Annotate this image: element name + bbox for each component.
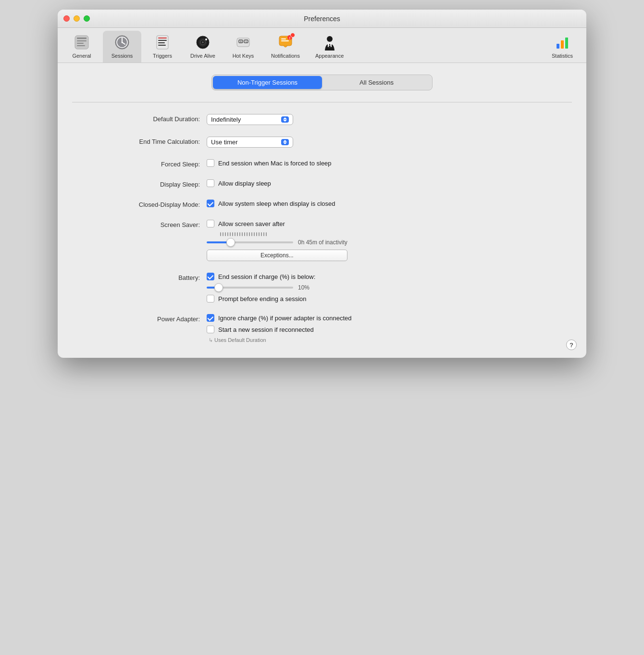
screen-saver-value: 0h 45m of inactivity: [298, 239, 347, 246]
toolbar-label-notifications: Notifications: [271, 53, 300, 59]
svg-rect-4: [77, 45, 85, 46]
tick: [251, 232, 252, 236]
tick: [223, 232, 223, 236]
segmented-control: Non-Trigger Sessions All Sessions: [211, 75, 433, 90]
tick: [247, 232, 248, 236]
svg-rect-37: [565, 38, 568, 49]
toolbar-label-drive-alive: Drive Alive: [190, 53, 215, 59]
end-time-arrow-up: [283, 140, 287, 142]
tick: [266, 232, 267, 236]
power-adapter-reconnect-checkbox[interactable]: [207, 326, 214, 333]
segment-non-trigger[interactable]: Non-Trigger Sessions: [213, 76, 322, 89]
sessions-icon: [113, 34, 131, 51]
toolbar-item-drive-alive[interactable]: Drive Alive: [184, 31, 222, 63]
svg-rect-1: [77, 38, 87, 39]
screen-saver-checkbox-row: Allow screen saver after: [207, 220, 347, 227]
toolbar-item-sessions[interactable]: Sessions: [103, 31, 141, 63]
forced-sleep-control: End session when Mac is forced to sleep: [207, 159, 332, 167]
svg-rect-2: [77, 40, 87, 41]
toolbar-label-appearance: Appearance: [315, 53, 344, 59]
tick: [227, 232, 228, 236]
screen-saver-slider-container: 0h 45m of inactivity: [207, 239, 347, 246]
close-button[interactable]: [63, 15, 70, 22]
closed-display-checkbox-label: Allow system sleep when display is close…: [218, 200, 335, 207]
tick: [237, 232, 238, 236]
screen-saver-tick-row: [207, 232, 347, 236]
help-button[interactable]: ?: [566, 340, 577, 350]
default-duration-value: Indefinitely: [211, 116, 277, 123]
tick: [220, 232, 221, 236]
screen-saver-slider[interactable]: [207, 241, 293, 243]
drive-alive-icon: [194, 34, 211, 51]
end-time-select[interactable]: Use timer: [207, 137, 293, 148]
closed-display-label: Closed-Display Mode:: [91, 200, 207, 208]
svg-point-19: [205, 38, 207, 40]
general-icon: [73, 34, 90, 51]
power-adapter-checkbox[interactable]: [207, 314, 214, 322]
notifications-icon: !: [277, 34, 294, 51]
power-adapter-reconnect-label: Start a new session if reconnected: [218, 326, 314, 333]
svg-rect-36: [561, 40, 564, 49]
toolbar-spacer: [352, 31, 541, 63]
battery-slider-container: 10%: [207, 284, 315, 291]
battery-checkbox[interactable]: [207, 273, 214, 280]
main-content: Non-Trigger Sessions All Sessions Defaul…: [58, 63, 586, 358]
end-time-label: End Time Calculation:: [91, 137, 207, 145]
segment-all-sessions[interactable]: All Sessions: [322, 76, 431, 89]
separator: [72, 102, 572, 102]
maximize-button[interactable]: [84, 15, 90, 22]
closed-display-row: Closed-Display Mode: Allow system sleep …: [91, 200, 572, 208]
toolbar-item-appearance[interactable]: Appearance: [309, 31, 350, 63]
default-duration-select[interactable]: Indefinitely: [207, 114, 293, 125]
svg-rect-13: [158, 42, 165, 43]
battery-row: Battery: End session if charge (%) is be…: [91, 273, 572, 302]
window-body: Non-Trigger Sessions All Sessions Defaul…: [58, 63, 586, 358]
uses-default-hint: ↳ Uses Default Duration: [207, 337, 352, 343]
arrow-down-icon: [283, 120, 287, 122]
screen-saver-slider-area: 0h 45m of inactivity: [207, 232, 347, 246]
default-duration-row: Default Duration: Indefinitely: [91, 114, 572, 125]
svg-rect-34: [331, 43, 332, 47]
battery-prompt-checkbox-row: Prompt before ending a session: [207, 295, 315, 302]
svg-point-31: [329, 44, 330, 46]
toolbar-item-general[interactable]: General: [62, 31, 101, 63]
end-time-arrow: [281, 139, 289, 145]
power-adapter-label: Power Adapter:: [91, 314, 207, 323]
screen-saver-checkbox[interactable]: [207, 220, 214, 227]
battery-slider[interactable]: [207, 287, 293, 289]
end-time-row: End Time Calculation: Use timer: [91, 137, 572, 148]
forced-sleep-checkbox[interactable]: [207, 159, 214, 167]
tick: [256, 232, 257, 236]
forced-sleep-checkbox-label: End session when Mac is forced to sleep: [218, 160, 332, 167]
battery-checkbox-label: End session if charge (%) is below:: [218, 273, 315, 280]
titlebar: Preferences: [58, 10, 586, 28]
screen-saver-checkbox-label: Allow screen saver after: [218, 220, 285, 227]
power-adapter-control: Ignore charge (%) if power adapter is co…: [207, 314, 352, 343]
toolbar-item-statistics[interactable]: Statistics: [543, 31, 582, 63]
closed-display-checkbox[interactable]: [207, 200, 214, 207]
closed-display-checkbox-row: Allow system sleep when display is close…: [207, 200, 335, 207]
battery-prompt-label: Prompt before ending a session: [218, 295, 307, 302]
statistics-icon: [554, 34, 571, 51]
hint-text-content: Uses Default Duration: [214, 337, 266, 343]
toolbar-label-general: General: [72, 53, 91, 59]
end-time-value: Use timer: [211, 139, 277, 146]
minimize-button[interactable]: [74, 15, 80, 22]
forced-sleep-checkbox-row: End session when Mac is forced to sleep: [207, 159, 332, 167]
screen-saver-ticks: [220, 232, 267, 236]
svg-rect-27: [281, 40, 289, 41]
traffic-lights: [63, 15, 90, 22]
end-time-arrow-down: [283, 142, 287, 144]
toolbar-item-hot-keys[interactable]: ⌘ ⌥ Hot Keys: [224, 31, 262, 63]
exceptions-button[interactable]: Exceptions...: [207, 250, 347, 261]
form-section: Default Duration: Indefinitely End T: [72, 114, 572, 343]
battery-prompt-checkbox[interactable]: [207, 295, 214, 302]
battery-control: End session if charge (%) is below: 10% …: [207, 273, 315, 302]
toolbar-item-notifications[interactable]: ! Notifications: [264, 31, 307, 63]
svg-point-32: [329, 46, 330, 47]
toolbar-item-triggers[interactable]: Triggers: [143, 31, 182, 63]
display-sleep-checkbox[interactable]: [207, 179, 214, 187]
svg-rect-35: [557, 44, 559, 49]
svg-rect-11: [158, 38, 167, 38]
power-adapter-row: Power Adapter: Ignore charge (%) if powe…: [91, 314, 572, 343]
